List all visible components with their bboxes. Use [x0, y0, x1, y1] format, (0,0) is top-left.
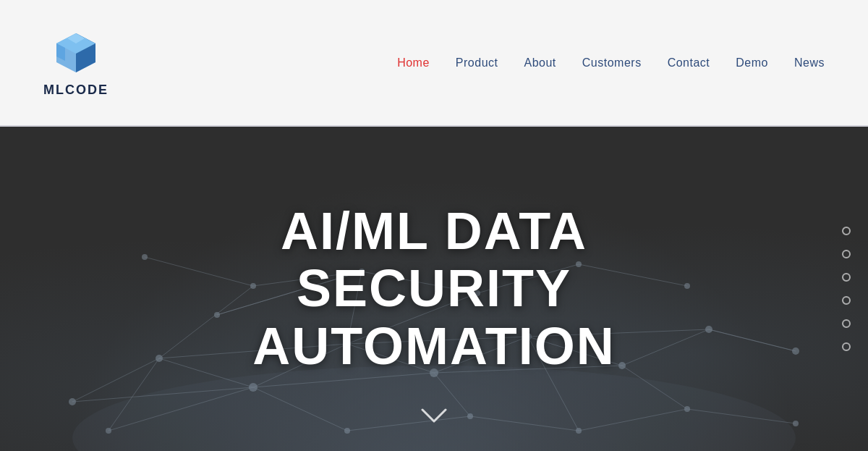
side-dot-6[interactable]	[842, 342, 851, 351]
logo-text: MLCODE	[43, 83, 109, 98]
side-dot-3[interactable]	[842, 273, 851, 282]
svg-point-61	[684, 283, 690, 289]
svg-point-49	[792, 347, 799, 355]
svg-point-62	[214, 312, 220, 318]
side-dot-2[interactable]	[842, 250, 851, 258]
svg-point-56	[142, 254, 148, 260]
logo[interactable]: MLCODE	[43, 28, 109, 98]
svg-point-47	[618, 362, 626, 369]
side-dot-4[interactable]	[842, 296, 851, 305]
nav-item-news[interactable]: News	[794, 56, 825, 69]
svg-point-41	[69, 398, 76, 405]
main-nav: Home Product About Customers Contact Dem…	[397, 56, 825, 69]
svg-point-48	[705, 326, 712, 333]
svg-line-31	[145, 257, 253, 286]
hero-line1: AI/ML DATA	[281, 202, 587, 260]
svg-line-39	[159, 286, 253, 358]
svg-point-42	[156, 355, 163, 362]
side-nav-dots	[842, 227, 851, 351]
hero-title: AI/ML DATA SECURITY AUTOMATION	[252, 203, 615, 375]
logo-icon	[51, 28, 101, 78]
nav-item-about[interactable]: About	[524, 56, 556, 69]
svg-line-12	[622, 329, 709, 366]
nav-item-home[interactable]: Home	[397, 56, 430, 69]
hero-line2: SECURITY	[297, 259, 571, 317]
hero-section: AI/ML DATA SECURITY AUTOMATION	[0, 127, 868, 451]
side-dot-1[interactable]	[842, 227, 851, 235]
svg-point-55	[793, 421, 799, 426]
hero-line3: AUTOMATION	[252, 317, 615, 375]
nav-item-contact[interactable]: Contact	[668, 56, 710, 69]
side-dot-5[interactable]	[842, 319, 851, 328]
svg-line-30	[709, 329, 796, 351]
site-header: MLCODE Home Product About Customers Cont…	[0, 0, 868, 127]
scroll-down-indicator[interactable]	[421, 406, 447, 429]
hero-content: AI/ML DATA SECURITY AUTOMATION	[252, 203, 615, 375]
nav-item-customers[interactable]: Customers	[582, 56, 642, 69]
nav-item-product[interactable]: Product	[456, 56, 498, 69]
nav-item-demo[interactable]: Demo	[736, 56, 768, 69]
